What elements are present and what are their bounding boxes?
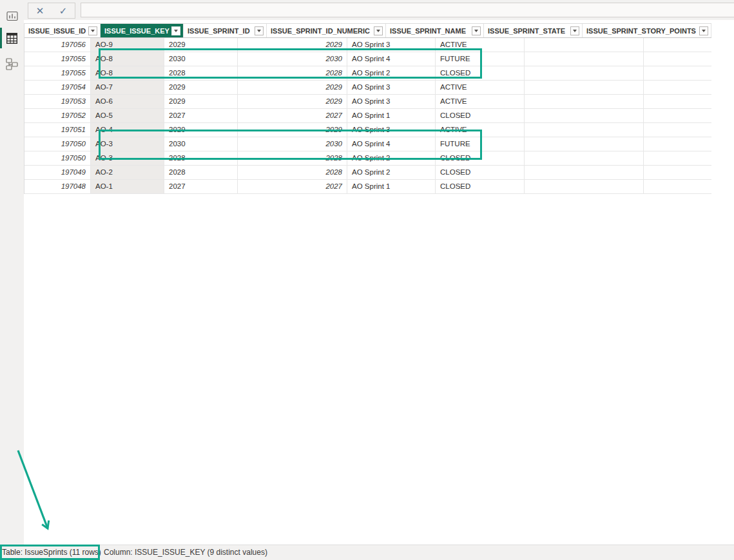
rail-item-data-view[interactable]: [0, 27, 24, 49]
table-cell[interactable]: 2028: [164, 66, 238, 80]
column-filter-button[interactable]: [699, 26, 708, 35]
table-cell[interactable]: 2027: [164, 109, 238, 122]
table-cell[interactable]: 2029: [238, 123, 347, 137]
table-cell[interactable]: AO-5: [91, 109, 164, 122]
table-cell[interactable]: 2027: [164, 180, 238, 193]
table-cell[interactable]: 197049: [24, 166, 91, 179]
table-cell[interactable]: AO Sprint 2: [347, 166, 436, 179]
table-cell[interactable]: 197055: [24, 66, 91, 80]
table-cell[interactable]: AO-2: [91, 166, 164, 179]
column-header-issue-issue-key[interactable]: ISSUE_ISSUE_KEY: [101, 24, 184, 37]
table-cell[interactable]: AO-8: [91, 66, 164, 80]
table-cell[interactable]: 2028: [164, 151, 238, 165]
data-grid: ISSUE_ISSUE_IDISSUE_ISSUE_KEYISSUE_SPRIN…: [24, 23, 711, 194]
table-cell[interactable]: [525, 123, 644, 137]
table-cell[interactable]: AO-3: [91, 151, 164, 165]
column-filter-button[interactable]: [171, 26, 180, 35]
table-cell[interactable]: 2028: [238, 66, 347, 80]
table-cell[interactable]: 197056: [24, 38, 91, 52]
table-cell[interactable]: AO Sprint 3: [347, 123, 436, 137]
table-cell[interactable]: AO-9: [91, 38, 164, 52]
table-cell[interactable]: CLOSED: [436, 151, 525, 165]
table-cell[interactable]: FUTURE: [436, 52, 525, 66]
table-cell[interactable]: 2028: [238, 166, 347, 179]
table-cell[interactable]: CLOSED: [436, 166, 525, 179]
table-cell[interactable]: [525, 52, 644, 66]
table-cell[interactable]: ACTIVE: [436, 95, 525, 108]
column-filter-button[interactable]: [570, 26, 579, 35]
column-header-issue-issue-id[interactable]: ISSUE_ISSUE_ID: [24, 24, 101, 37]
table-cell[interactable]: 2030: [164, 137, 238, 151]
table-cell[interactable]: [525, 180, 644, 193]
table-cell[interactable]: 197053: [24, 95, 91, 108]
table-cell[interactable]: AO Sprint 1: [347, 180, 436, 193]
table-cell[interactable]: CLOSED: [436, 109, 525, 122]
commit-icon[interactable]: ✓: [57, 4, 70, 17]
table-cell[interactable]: AO Sprint 3: [347, 38, 436, 52]
table-cell[interactable]: AO-4: [91, 123, 164, 137]
table-cell[interactable]: [525, 66, 644, 80]
table-cell[interactable]: [525, 95, 644, 108]
column-header-issue-sprint-state[interactable]: ISSUE_SPRINT_STATE: [484, 24, 583, 37]
column-filter-button[interactable]: [374, 26, 383, 35]
table-cell[interactable]: AO Sprint 3: [347, 81, 436, 94]
table-cell[interactable]: 2030: [238, 52, 347, 66]
table-cell[interactable]: [525, 166, 644, 179]
table-cell[interactable]: AO-1: [91, 180, 164, 193]
table-cell[interactable]: AO-3: [91, 137, 164, 151]
table-cell[interactable]: 197048: [24, 180, 91, 193]
table-cell[interactable]: AO-7: [91, 81, 164, 94]
table-cell[interactable]: 2029: [238, 81, 347, 94]
column-header-issue-sprint-id-numeric[interactable]: ISSUE_SPRINT_ID_NUMERIC: [267, 24, 386, 37]
table-cell[interactable]: ACTIVE: [436, 81, 525, 94]
table-cell[interactable]: 2030: [164, 52, 238, 66]
table-cell[interactable]: AO Sprint 4: [347, 137, 436, 151]
formula-bar-input[interactable]: [81, 3, 734, 17]
column-filter-button[interactable]: [472, 26, 481, 35]
table-cell[interactable]: 2027: [238, 180, 347, 193]
table-cell[interactable]: 197054: [24, 81, 91, 94]
table-cell[interactable]: ACTIVE: [436, 38, 525, 52]
table-cell[interactable]: AO Sprint 2: [347, 66, 436, 80]
table-cell[interactable]: 2029: [164, 81, 238, 94]
table-cell[interactable]: 2029: [238, 38, 347, 52]
column-header-issue-sprint-story-points[interactable]: ISSUE_SPRINT_STORY_POINTS: [583, 24, 711, 37]
rail-item-model-view[interactable]: [0, 53, 24, 75]
rail-item-report-view[interactable]: [0, 5, 24, 27]
table-cell[interactable]: 2029: [164, 95, 238, 108]
table-cell[interactable]: 2028: [238, 151, 347, 165]
table-cell[interactable]: 2027: [238, 109, 347, 122]
column-filter-button[interactable]: [88, 26, 97, 35]
table-cell[interactable]: CLOSED: [436, 180, 525, 193]
cancel-icon[interactable]: ✕: [34, 4, 47, 17]
column-header-issue-sprint-name[interactable]: ISSUE_SPRINT_NAME: [386, 24, 484, 37]
table-cell[interactable]: 197052: [24, 109, 91, 122]
table-cell[interactable]: FUTURE: [436, 137, 525, 151]
column-header-issue-sprint-id[interactable]: ISSUE_SPRINT_ID: [184, 24, 267, 37]
table-cell[interactable]: [525, 81, 644, 94]
column-filter-button[interactable]: [255, 26, 264, 35]
table-cell[interactable]: AO Sprint 2: [347, 151, 436, 165]
table-cell[interactable]: 2029: [238, 95, 347, 108]
table-cell[interactable]: AO Sprint 3: [347, 95, 436, 108]
table-cell[interactable]: CLOSED: [436, 66, 525, 80]
table-cell[interactable]: 2028: [164, 166, 238, 179]
table-cell[interactable]: 2029: [164, 123, 238, 137]
table-row: 197053AO-620292029AO Sprint 3ACTIVE: [24, 95, 711, 109]
table-cell[interactable]: [525, 151, 644, 165]
table-cell[interactable]: AO-8: [91, 52, 164, 66]
column-header-label: ISSUE_SPRINT_ID: [184, 27, 250, 35]
table-cell[interactable]: 197051: [24, 123, 91, 137]
table-cell[interactable]: [525, 137, 644, 151]
table-cell[interactable]: 197050: [24, 137, 91, 151]
table-cell[interactable]: AO Sprint 4: [347, 52, 436, 66]
table-cell[interactable]: 2030: [238, 137, 347, 151]
table-cell[interactable]: AO Sprint 1: [347, 109, 436, 122]
table-cell[interactable]: 197055: [24, 52, 91, 66]
table-cell[interactable]: [525, 38, 644, 52]
table-cell[interactable]: ACTIVE: [436, 123, 525, 137]
table-cell[interactable]: [525, 109, 644, 122]
table-cell[interactable]: 197050: [24, 151, 91, 165]
table-cell[interactable]: AO-6: [91, 95, 164, 108]
table-cell[interactable]: 2029: [164, 38, 238, 52]
